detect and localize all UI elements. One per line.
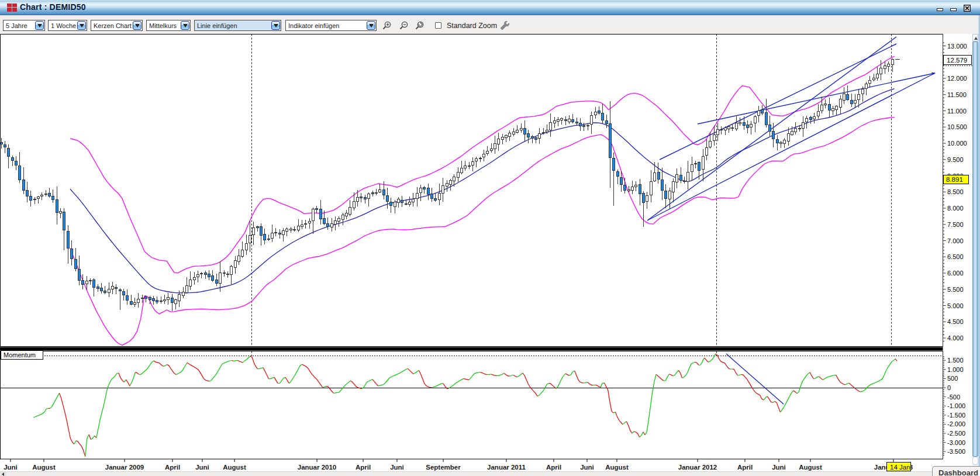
svg-text:5.500: 5.500 <box>947 286 964 293</box>
svg-text:11.500: 11.500 <box>947 91 967 98</box>
svg-text:14 Jan: 14 Jan <box>890 464 910 471</box>
svg-text:6.500: 6.500 <box>947 253 964 260</box>
svg-text:April: April <box>546 464 561 471</box>
svg-text:Januar 2011: Januar 2011 <box>487 464 526 471</box>
svg-text:August: August <box>223 464 246 471</box>
svg-text:11.000: 11.000 <box>947 108 967 115</box>
svg-text:August: August <box>605 464 629 471</box>
svg-text:9.500: 9.500 <box>947 156 964 163</box>
svg-text:1.500: 1.500 <box>947 357 964 364</box>
svg-text:12.579: 12.579 <box>947 57 967 64</box>
svg-text:12.000: 12.000 <box>947 75 967 82</box>
svg-text:500: 500 <box>947 375 958 382</box>
svg-text:-2.500: -2.500 <box>947 430 965 437</box>
svg-text:-1.000: -1.000 <box>947 402 965 409</box>
svg-text:10.500: 10.500 <box>947 123 967 130</box>
svg-text:August: August <box>799 464 822 471</box>
svg-text:7.500: 7.500 <box>947 221 964 228</box>
svg-text:Juni: Juni <box>772 464 786 471</box>
svg-text:8.000: 8.000 <box>947 205 964 212</box>
svg-text:7.000: 7.000 <box>947 237 964 244</box>
svg-text:5.000: 5.000 <box>947 302 964 309</box>
svg-text:1.000: 1.000 <box>947 366 964 373</box>
svg-text:4.000: 4.000 <box>947 334 964 342</box>
svg-text:10.000: 10.000 <box>947 140 967 147</box>
svg-text:0: 0 <box>947 384 951 391</box>
svg-text:Juni: Juni <box>390 464 404 471</box>
svg-text:-2.000: -2.000 <box>947 420 965 427</box>
svg-text:April: April <box>356 464 371 471</box>
svg-text:-3.000: -3.000 <box>947 439 965 446</box>
svg-text:-1.500: -1.500 <box>947 412 965 419</box>
svg-text:Juni: Juni <box>195 464 209 471</box>
svg-text:8.891: 8.891 <box>946 176 963 183</box>
svg-text:Januar 2009: Januar 2009 <box>105 464 144 471</box>
svg-text:-500: -500 <box>947 394 960 401</box>
svg-text:6.000: 6.000 <box>947 270 964 277</box>
svg-text:April: April <box>737 464 753 471</box>
svg-text:4.500: 4.500 <box>947 318 964 325</box>
svg-text:Januar 2012: Januar 2012 <box>678 464 717 471</box>
svg-text:8.500: 8.500 <box>947 188 964 195</box>
svg-text:Momentum: Momentum <box>4 351 36 358</box>
svg-text:Januar 2010: Januar 2010 <box>298 464 337 471</box>
svg-text:Juni: Juni <box>580 464 594 471</box>
svg-text:13.000: 13.000 <box>947 43 967 50</box>
svg-text:Juni: Juni <box>4 464 18 471</box>
svg-text:April: April <box>165 464 180 471</box>
svg-text:September: September <box>426 464 461 471</box>
svg-text:-3.500: -3.500 <box>947 448 965 455</box>
svg-text:August: August <box>32 464 56 471</box>
